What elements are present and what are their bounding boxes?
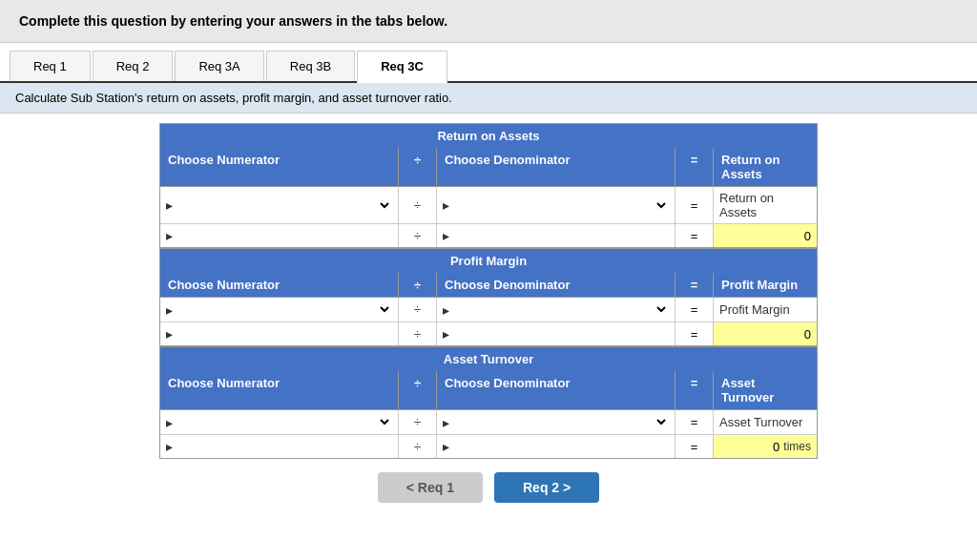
next-button[interactable]: Req 2 > <box>494 472 599 503</box>
col-header-eq-roa: = <box>676 148 714 186</box>
button-row: < Req 1 Req 2 > <box>19 472 958 503</box>
main-content: Return on Assets Choose Numerator ÷ Choo… <box>0 114 977 518</box>
col-header-div-roa: ÷ <box>399 148 437 186</box>
col-header-denominator-pm: Choose Denominator <box>437 273 676 297</box>
calc-table: Return on Assets Choose Numerator ÷ Choo… <box>159 123 818 459</box>
roa-eq-2: = <box>676 224 714 247</box>
roa-numerator-select-cell[interactable]: ▸ <box>160 187 399 223</box>
pm-numerator-select-cell[interactable]: ▸ <box>160 298 399 321</box>
col-header-numerator-at: Choose Numerator <box>160 371 399 409</box>
tab-req1[interactable]: Req 1 <box>10 51 91 81</box>
pm-result-label: Profit Margin <box>714 298 817 321</box>
at-row-2: ▸ ÷ ▸ = 0 times <box>160 435 817 458</box>
times-label: times <box>783 440 811 453</box>
section-header-roa: Return on Assets <box>160 124 817 148</box>
col-header-result-pm: Profit Margin <box>714 273 817 297</box>
roa-denominator-select[interactable] <box>451 197 669 214</box>
roa-div-symbol-1: ÷ <box>399 187 437 223</box>
roa-num-input-cell[interactable]: ▸ <box>160 224 399 247</box>
roa-eq-1: = <box>676 187 714 223</box>
pm-num-input-cell[interactable]: ▸ <box>160 322 399 345</box>
section-header-pm: Profit Margin <box>160 247 817 273</box>
at-eq-1: = <box>676 410 714 434</box>
tab-req3b[interactable]: Req 3B <box>266 51 355 81</box>
at-num-input[interactable] <box>175 440 392 454</box>
at-num-input-cell[interactable]: ▸ <box>160 435 399 458</box>
col-header-pm: Choose Numerator ÷ Choose Denominator = … <box>160 273 817 298</box>
pm-row-2: ▸ ÷ ▸ = 0 <box>160 322 817 345</box>
roa-den-input-cell[interactable]: ▸ <box>437 224 676 247</box>
at-row-1: ▸ ÷ ▸ = Asset Turnover <box>160 410 817 435</box>
tab-req3c[interactable]: Req 3C <box>357 51 447 83</box>
pm-num-input[interactable] <box>175 327 392 342</box>
at-div-symbol-2: ÷ <box>399 435 437 458</box>
at-den-input-cell[interactable]: ▸ <box>437 435 676 458</box>
pm-eq-2: = <box>676 322 714 345</box>
section-header-at: Asset Turnover <box>160 345 817 371</box>
col-header-numerator-pm: Choose Numerator <box>160 273 399 297</box>
at-eq-2: = <box>676 435 714 458</box>
col-header-denominator-roa: Choose Denominator <box>437 148 676 186</box>
roa-numerator-select[interactable] <box>175 197 392 214</box>
pm-den-input-cell[interactable]: ▸ <box>437 322 676 345</box>
roa-row-2: ▸ ÷ ▸ = 0 <box>160 224 817 247</box>
prev-button[interactable]: < Req 1 <box>378 472 483 503</box>
pm-eq-1: = <box>676 298 714 321</box>
roa-div-symbol-2: ÷ <box>399 224 437 247</box>
at-den-input[interactable] <box>451 440 669 454</box>
at-result-value[interactable]: 0 times <box>714 435 817 458</box>
col-header-result-roa: Return on Assets <box>714 148 817 186</box>
pm-denominator-select[interactable] <box>451 301 669 318</box>
pm-result-value[interactable]: 0 <box>714 322 817 345</box>
col-header-numerator-roa: Choose Numerator <box>160 148 399 186</box>
tab-req2[interactable]: Req 2 <box>93 51 174 81</box>
col-header-at: Choose Numerator ÷ Choose Denominator = … <box>160 371 817 410</box>
instruction-bar: Complete this question by entering your … <box>0 0 977 43</box>
tab-req3a[interactable]: Req 3A <box>175 51 263 81</box>
roa-denominator-select-cell[interactable]: ▸ <box>437 187 676 223</box>
tabs-row: Req 1 Req 2 Req 3A Req 3B Req 3C <box>0 43 977 83</box>
at-denominator-select[interactable] <box>451 414 669 430</box>
col-header-eq-pm: = <box>676 273 714 297</box>
roa-den-input[interactable] <box>451 229 669 243</box>
col-header-roa: Choose Numerator ÷ Choose Denominator = … <box>160 148 817 187</box>
pm-denominator-select-cell[interactable]: ▸ <box>437 298 676 321</box>
pm-div-symbol-2: ÷ <box>399 322 437 345</box>
col-header-result-at: Asset Turnover <box>714 371 817 409</box>
col-header-div-at: ÷ <box>399 371 437 409</box>
at-denominator-select-cell[interactable]: ▸ <box>437 410 676 434</box>
pm-numerator-select[interactable] <box>175 301 392 318</box>
question-description: Calculate Sub Station's return on assets… <box>0 83 977 114</box>
at-div-symbol-1: ÷ <box>399 410 437 434</box>
roa-result-value[interactable]: 0 <box>714 224 817 247</box>
pm-den-input[interactable] <box>451 327 669 342</box>
at-result-label: Asset Turnover <box>714 410 817 434</box>
col-header-denominator-at: Choose Denominator <box>437 371 676 409</box>
roa-num-input[interactable] <box>175 229 392 243</box>
roa-result-label: Return on Assets <box>714 187 817 223</box>
roa-row-1: ▸ ÷ ▸ = Return on Assets <box>160 187 817 224</box>
col-header-eq-at: = <box>676 371 714 409</box>
pm-div-symbol-1: ÷ <box>399 298 437 321</box>
at-numerator-select[interactable] <box>175 414 392 430</box>
at-numerator-select-cell[interactable]: ▸ <box>160 410 399 434</box>
col-header-div-pm: ÷ <box>399 273 437 297</box>
pm-row-1: ▸ ÷ ▸ = Profit Margin <box>160 298 817 322</box>
